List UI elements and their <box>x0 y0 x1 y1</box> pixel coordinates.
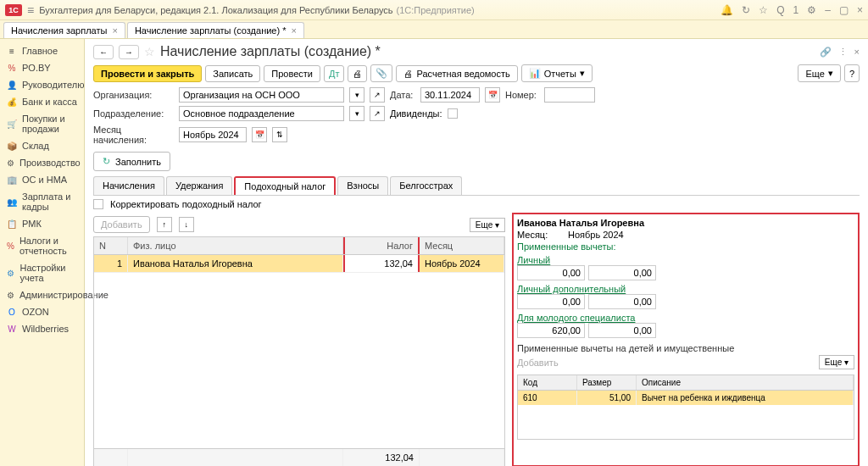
close-tab-icon[interactable]: × <box>112 25 117 36</box>
bell-icon[interactable]: 🔔 <box>721 4 733 16</box>
sidebar-item[interactable]: 👤Руководителю <box>0 76 84 93</box>
personal-extra-link[interactable]: Личный дополнительный <box>517 284 854 294</box>
grid-more-button[interactable]: Еще ▾ <box>470 218 505 232</box>
number-field[interactable] <box>544 87 595 103</box>
mc-size: 51,00 <box>577 391 637 405</box>
sidebar-label: Настройки учета <box>20 263 77 283</box>
extra-v2[interactable]: 0,00 <box>588 294 656 309</box>
mcol-code[interactable]: Код <box>518 375 577 390</box>
print-icon[interactable]: 🖨 <box>348 65 367 82</box>
tab-deductions[interactable]: Удержания <box>166 176 232 195</box>
add-row-button[interactable]: Добавить <box>93 216 150 233</box>
help-button[interactable]: ? <box>844 64 860 82</box>
menu-icon[interactable]: ≡ <box>27 3 34 17</box>
restore-icon[interactable]: ▢ <box>839 4 849 16</box>
mcol-desc[interactable]: Описание <box>637 375 854 390</box>
tax-grid-pane: Добавить ↑ ↓ Еще ▾ N Физ. лицо Налог Мес… <box>93 213 505 466</box>
post-close-button[interactable]: Провести и закрыть <box>93 65 202 82</box>
org-field[interactable]: Организация на ОСН ООО <box>179 87 344 103</box>
label: Еще <box>805 69 824 79</box>
write-button[interactable]: Записать <box>205 65 260 82</box>
col-person[interactable]: Физ. лицо <box>128 237 343 254</box>
calendar-icon[interactable]: 📅 <box>252 127 267 142</box>
open-icon[interactable]: ↗ <box>370 106 385 121</box>
sidebar-item[interactable]: WWildberries <box>0 320 84 337</box>
date-field[interactable]: 30.11.2024 <box>420 87 480 103</box>
dropdown-icon[interactable]: ▾ <box>349 106 364 121</box>
specialist-link[interactable]: Для молодого специалиста <box>517 313 854 323</box>
move-up-icon[interactable]: ↑ <box>157 217 172 232</box>
sidebar-item[interactable]: 👥Зарплата и кадры <box>0 188 84 215</box>
sidebar-icon: ⚙ <box>7 158 14 168</box>
mcol-size[interactable]: Размер <box>577 375 637 390</box>
link-icon[interactable]: 🔗 <box>820 47 832 58</box>
extra-v1[interactable]: 0,00 <box>517 294 585 309</box>
mini-row[interactable]: 610 51,00 Вычет на ребенка и иждивенца <box>518 391 854 405</box>
spec-v2[interactable]: 0,00 <box>588 323 656 338</box>
col-tax[interactable]: Налог <box>343 237 420 254</box>
toolbar: Провести и закрыть Записать Провести Дт … <box>93 64 860 82</box>
rp-more-button[interactable]: Еще ▾ <box>819 355 854 369</box>
date-label: Дата: <box>390 90 415 100</box>
dept-field[interactable]: Основное подразделение <box>179 106 344 121</box>
correct-checkbox[interactable] <box>93 199 103 209</box>
tab-income-tax[interactable]: Подоходный налог <box>234 176 336 195</box>
tab-belgosstrakh[interactable]: Белгосстрах <box>390 176 462 195</box>
personal-link[interactable]: Личный <box>517 255 854 265</box>
history-icon[interactable]: ↻ <box>742 4 750 16</box>
sidebar-label: Покупки и продажи <box>22 114 77 134</box>
move-down-icon[interactable]: ↓ <box>179 217 194 232</box>
close-icon[interactable]: × <box>857 4 863 16</box>
close-icon[interactable]: × <box>854 47 860 58</box>
open-icon[interactable]: ↗ <box>370 87 385 103</box>
sidebar-item[interactable]: %Налоги и отчетность <box>0 232 84 259</box>
search-icon[interactable]: Q <box>776 4 784 16</box>
stepper-icon[interactable]: ⇅ <box>272 127 287 142</box>
sidebar-item[interactable]: 💰Банк и касса <box>0 93 84 110</box>
dt-kt-icon[interactable]: Дт <box>324 65 345 82</box>
sidebar-item[interactable]: OOZON <box>0 303 84 320</box>
personal-v2[interactable]: 0,00 <box>588 265 656 280</box>
sidebar-item[interactable]: ⚙Производство <box>0 154 84 171</box>
favorite-icon[interactable]: ☆ <box>144 45 155 58</box>
more-button[interactable]: Еще ▾ <box>798 64 840 82</box>
sidebar-item[interactable]: %PO.BY <box>0 59 84 76</box>
doc-tab-active[interactable]: Начисление зарплаты (создание) *× <box>127 22 304 38</box>
star-icon[interactable]: ☆ <box>759 4 768 16</box>
sidebar-item[interactable]: ⚙Настройки учета <box>0 259 84 286</box>
table-row[interactable]: 1 Иванова Наталья Игоревна 132,04 Ноябрь… <box>94 255 504 273</box>
settings-icon[interactable]: ⚙ <box>807 4 816 16</box>
sidebar-item[interactable]: 🛒Покупки и продажи <box>0 110 84 137</box>
back-button[interactable]: ← <box>93 45 114 59</box>
dropdown-icon[interactable]: ▾ <box>349 87 364 103</box>
col-n[interactable]: N <box>94 237 128 254</box>
sidebar-item[interactable]: 🏢ОС и НМА <box>0 171 84 188</box>
month-field[interactable]: Ноябрь 2024 <box>179 127 247 142</box>
col-month[interactable]: Месяц <box>420 237 504 254</box>
forward-button[interactable]: → <box>119 45 139 59</box>
fill-button[interactable]: ↻Заполнить <box>93 152 170 171</box>
sidebar-item[interactable]: 📦Склад <box>0 137 84 154</box>
minimize-icon[interactable]: – <box>825 4 831 16</box>
close-tab-icon[interactable]: × <box>292 25 297 36</box>
attach-icon[interactable]: 📎 <box>370 64 392 82</box>
tab-contributions[interactable]: Взносы <box>337 176 388 195</box>
doc-tab[interactable]: Начисления зарплаты× <box>3 22 125 38</box>
tab-accruals[interactable]: Начисления <box>93 176 164 195</box>
calendar-icon[interactable]: 📅 <box>485 87 500 103</box>
sidebar-item[interactable]: 📋РМК <box>0 215 84 232</box>
post-button[interactable]: Провести <box>264 65 320 82</box>
dept-label: Подразделение: <box>93 108 174 119</box>
reports-button[interactable]: 📊Отчеты▾ <box>521 64 593 82</box>
sidebar-item[interactable]: ≡Главное <box>0 42 84 59</box>
sidebar-item[interactable]: ⚙Администрирование <box>0 286 84 303</box>
rp-add-button[interactable]: Добавить <box>517 358 559 368</box>
personal-v1[interactable]: 0,00 <box>517 265 585 280</box>
sidebar: ≡Главное%PO.BY👤Руководителю💰Банк и касса… <box>0 39 85 466</box>
spec-v1[interactable]: 620,00 <box>517 323 585 338</box>
sidebar-label: Главное <box>22 46 58 56</box>
dividends-checkbox[interactable] <box>448 108 458 119</box>
sidebar-icon: W <box>7 325 17 334</box>
payslip-button[interactable]: 🖨Расчетная ведомость <box>396 65 517 82</box>
kebab-icon[interactable]: ⋮ <box>838 47 848 58</box>
